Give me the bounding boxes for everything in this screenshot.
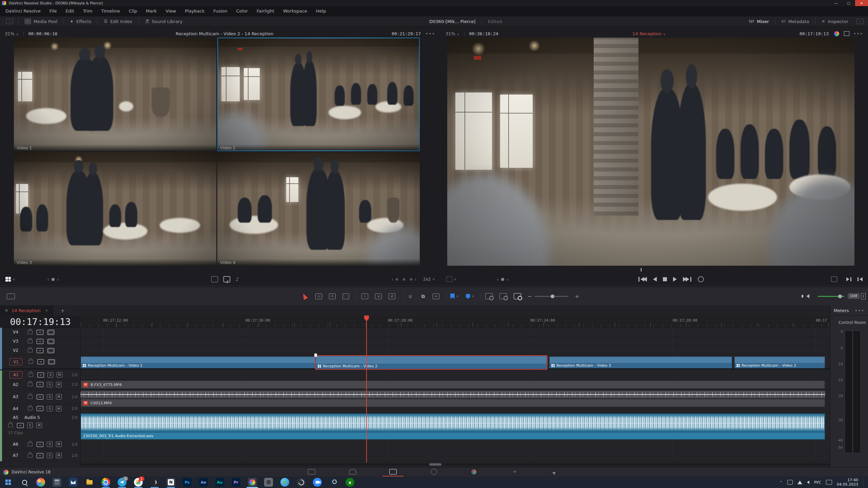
utility-app-icon[interactable] bbox=[264, 478, 273, 487]
page-color-button[interactable] bbox=[468, 469, 479, 475]
inspector-button[interactable]: ✕ Inspector bbox=[815, 16, 854, 26]
color-wheel-icon[interactable] bbox=[834, 31, 839, 36]
volume-icon[interactable] bbox=[807, 481, 809, 484]
track-header-a6[interactable]: A6 ‹› S M 2.0 bbox=[0, 439, 81, 450]
auto-select-icon[interactable]: ‹› bbox=[37, 330, 43, 335]
meters-toggle-icon[interactable]: ‖ bbox=[859, 292, 868, 301]
track-label[interactable]: V4 bbox=[9, 329, 22, 336]
track-label[interactable]: A3 bbox=[9, 394, 22, 400]
position-lock-button[interactable]: ⇔ bbox=[431, 292, 441, 301]
mail-app-icon[interactable] bbox=[69, 478, 78, 487]
lock-icon[interactable] bbox=[28, 373, 33, 377]
maximize-button[interactable]: ▢ bbox=[842, 0, 855, 6]
track-header-v4[interactable]: V4 ‹› bbox=[0, 328, 81, 337]
auto-select-icon[interactable]: ‹› bbox=[37, 359, 44, 364]
timeline-clip-video-1[interactable]: Reception Multicam - Video 1 bbox=[81, 357, 316, 368]
photos-app-icon[interactable] bbox=[36, 478, 45, 487]
menu-item[interactable]: Trim bbox=[83, 8, 93, 14]
page-cut-button[interactable] bbox=[347, 469, 358, 475]
zoom-in-button[interactable]: + bbox=[572, 292, 582, 301]
calculator-app-icon[interactable] bbox=[53, 478, 61, 487]
timeline-clip-video-3[interactable]: Reception Multicam - Video 3 bbox=[549, 357, 732, 368]
notion-icon[interactable]: N bbox=[166, 478, 175, 487]
chrome-icon[interactable] bbox=[101, 478, 110, 487]
timeline-timecode[interactable]: 00:17:19:13 bbox=[0, 316, 81, 328]
timeline-ruler[interactable]: 00:17:12:0000:17:16:0000:17:20:0000:17:2… bbox=[81, 316, 830, 327]
track-name[interactable]: Audio 5 bbox=[24, 415, 40, 420]
viewer-resize-icon[interactable]: ∨ bbox=[446, 277, 456, 282]
dim-button[interactable]: DIM bbox=[848, 293, 860, 299]
grid-layout-select[interactable]: 2x2∨ bbox=[423, 277, 435, 282]
track-enable-icon[interactable] bbox=[48, 359, 55, 364]
multicam-angle-2-video[interactable]: Video 2 bbox=[217, 38, 420, 151]
source-zoom-select[interactable]: 31%∨ bbox=[5, 31, 19, 36]
edit-index-button[interactable]: ☰ Edit Index bbox=[98, 16, 138, 26]
track-label[interactable]: A5 bbox=[9, 414, 22, 421]
selection-tool[interactable] bbox=[300, 292, 309, 301]
solo-button[interactable]: S bbox=[47, 406, 53, 411]
snapping-button[interactable]: ∪ bbox=[406, 292, 415, 301]
track-enable-icon[interactable] bbox=[47, 348, 54, 353]
track-header-a3[interactable]: A3 ‹› S M 2.0 bbox=[0, 390, 81, 404]
link-clips-button[interactable]: ⧉ bbox=[418, 292, 428, 301]
mute-button[interactable]: M bbox=[56, 453, 62, 458]
mixer-button[interactable]: ⫯⫰⫯ Mixer bbox=[743, 16, 775, 26]
track-header-a4[interactable]: A4 ‹› S M 2.0 bbox=[0, 404, 81, 413]
track-header-a2[interactable]: A2 ‹› S M 2.0 bbox=[0, 380, 81, 390]
photoshop-icon[interactable]: Ps bbox=[183, 478, 192, 487]
page-fairlight-button[interactable]: ♒ bbox=[509, 469, 520, 475]
auto-select-icon[interactable]: ‹› bbox=[37, 394, 43, 400]
timeline-clip-video-2b[interactable]: Reception Multicam - Video 2 bbox=[734, 357, 825, 368]
track-header-a5[interactable]: A5 Audio 5 2.0 ‹› S M 37 Clips bbox=[0, 413, 81, 439]
media-pool-button[interactable]: Media Pool bbox=[19, 16, 63, 26]
zoom-full-extent-button[interactable] bbox=[484, 292, 494, 301]
track-label[interactable]: A6 bbox=[9, 441, 22, 448]
lock-icon[interactable] bbox=[28, 349, 33, 352]
file-explorer-icon[interactable] bbox=[85, 478, 94, 487]
page-edit-button[interactable] bbox=[387, 469, 399, 475]
multicam-layout-icon[interactable]: ∨ bbox=[5, 277, 15, 282]
track-label[interactable]: V2 bbox=[9, 347, 22, 354]
auto-select-icon[interactable]: ‹› bbox=[37, 442, 43, 447]
menu-item[interactable]: DaVinci Resolve bbox=[5, 8, 41, 14]
overwrite-clip-button[interactable]: ⇲ bbox=[374, 292, 383, 301]
lock-icon[interactable] bbox=[28, 383, 33, 386]
lock-icon[interactable] bbox=[28, 330, 33, 334]
after-effects-icon[interactable]: Ae bbox=[199, 478, 208, 487]
mute-button[interactable]: M bbox=[56, 442, 62, 447]
track-label[interactable]: A7 bbox=[9, 452, 22, 459]
media-player-icon[interactable] bbox=[150, 478, 159, 487]
track-header-a1[interactable]: A1 ‹› S M 2.0 bbox=[0, 370, 81, 380]
lock-icon[interactable] bbox=[28, 454, 33, 458]
solo-button[interactable]: S bbox=[47, 372, 53, 378]
source-timecode[interactable]: 00:00:06:16 bbox=[28, 31, 58, 36]
playhead[interactable] bbox=[366, 316, 367, 463]
audition-icon[interactable]: Au bbox=[215, 478, 224, 487]
start-button[interactable] bbox=[4, 478, 13, 487]
lock-icon[interactable] bbox=[28, 407, 33, 410]
clock[interactable]: 17:40 04.05.2023 bbox=[837, 478, 858, 487]
video-audio-icon[interactable]: ♪ bbox=[223, 276, 230, 282]
page-media-button[interactable] bbox=[306, 469, 317, 475]
language-indicator[interactable]: РУС bbox=[814, 480, 821, 485]
close-tab-icon[interactable]: ✕ bbox=[5, 308, 8, 313]
lane-a7[interactable] bbox=[81, 450, 830, 461]
scrollbar-handle[interactable] bbox=[429, 463, 441, 466]
meters-options-menu[interactable]: ••• bbox=[855, 308, 865, 313]
menu-item[interactable]: Fairlight bbox=[257, 8, 274, 14]
lane-v3[interactable] bbox=[81, 337, 830, 346]
cast-display-icon[interactable] bbox=[787, 480, 793, 485]
program-video[interactable] bbox=[447, 38, 854, 266]
audio-clip-a5-label[interactable]: 230330_003_Tr1 Audio Extracted.wav bbox=[81, 432, 825, 440]
play-button[interactable] bbox=[673, 277, 677, 282]
insert-clip-button[interactable]: ⇩ bbox=[360, 292, 370, 301]
project-title[interactable]: D0360-[Mik... Pierce] bbox=[429, 19, 475, 24]
auto-select-icon[interactable]: ‹› bbox=[17, 423, 24, 428]
go-to-end-button[interactable] bbox=[683, 277, 691, 282]
source-options-menu[interactable]: ••• bbox=[426, 31, 435, 36]
zoom-detail-button[interactable] bbox=[498, 292, 508, 301]
enhanced-viewer-icon[interactable] bbox=[844, 31, 849, 36]
zoom-out-button[interactable]: − bbox=[525, 292, 534, 301]
premiere-icon[interactable]: Pr bbox=[232, 478, 240, 487]
program-timecode[interactable]: 00:36:18:24 bbox=[469, 31, 498, 36]
